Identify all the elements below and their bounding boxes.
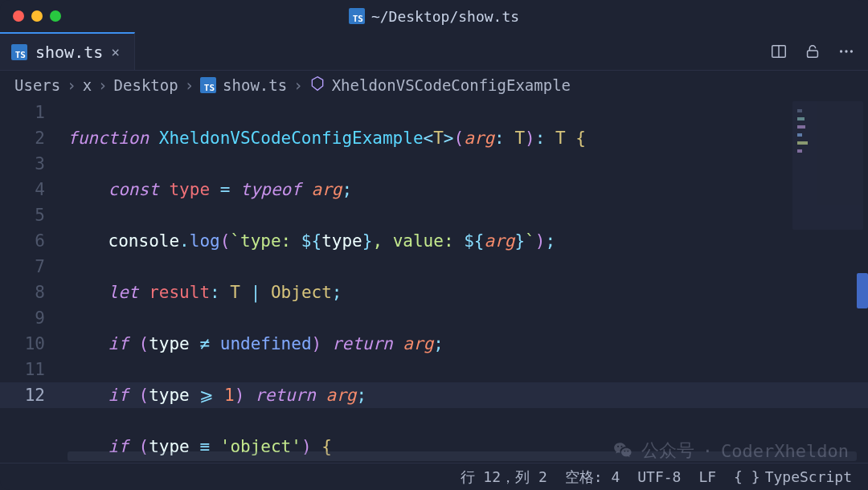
chevron-right-icon: › [293,76,302,94]
breadcrumb-segment[interactable]: x [83,76,92,94]
chevron-right-icon: › [98,76,107,94]
ts-file-icon: TS [349,8,365,24]
minimize-window-button[interactable] [31,10,43,22]
code-content[interactable]: function XheldonVSCodeConfigExample<T>(a… [68,100,868,463]
ts-file-icon: TS [200,77,216,93]
horizontal-scrollbar[interactable] [68,451,857,461]
line-number: 5 [0,202,45,228]
close-icon[interactable]: × [111,43,120,60]
minimap[interactable] [792,101,863,230]
titlebar: TS ~/Desktop/show.ts [0,0,868,32]
line-number: 10 [0,331,45,357]
chevron-right-icon: › [67,76,76,94]
breadcrumb-segment[interactable]: Desktop [114,76,178,94]
ts-file-icon: TS [11,44,27,60]
status-language-label: TypeScript [765,468,852,485]
svg-point-4 [845,50,847,52]
breadcrumb-segment[interactable]: Users [14,76,60,94]
breadcrumb-file[interactable]: TS show.ts [200,76,287,94]
code-editor[interactable]: 1 2 3 4 5 6 7 8 9 10 11 12 function Xhel… [0,100,868,463]
line-number: 11 [0,357,45,382]
editor-actions [770,32,868,70]
more-icon[interactable] [837,43,855,60]
status-indent[interactable]: 空格: 4 [565,468,620,487]
status-cursor[interactable]: 行 12，列 2 [461,468,547,487]
lock-icon[interactable] [804,43,821,60]
window-title-text: ~/Desktop/show.ts [371,8,519,25]
line-number: 4 [0,177,45,202]
breadcrumb-file-label: show.ts [223,76,287,94]
close-window-button[interactable] [13,10,24,22]
line-number: 3 [0,151,45,177]
maximize-window-button[interactable] [50,10,61,22]
breadcrumb-symbol[interactable]: XheldonVSCodeConfigExample [332,76,571,94]
symbol-icon [309,76,326,95]
traffic-lights [13,10,61,22]
status-bar: 行 12，列 2 空格: 4 UTF-8 LF { } TypeScript [0,463,868,490]
status-language[interactable]: { } TypeScript [734,468,852,485]
line-number: 2 [0,125,45,151]
braces-icon: { } [734,468,760,485]
line-number: 1 [0,100,45,125]
svg-point-3 [840,50,842,52]
svg-point-5 [850,50,853,52]
svg-rect-2 [808,51,818,57]
line-number: 8 [0,280,45,305]
window-title: TS ~/Desktop/show.ts [0,8,868,25]
split-editor-icon[interactable] [770,43,788,60]
tabs-row: TS show.ts × [0,32,868,71]
status-encoding[interactable]: UTF-8 [637,468,681,485]
status-eol[interactable]: LF [698,468,716,485]
scrollbar-thumb[interactable] [857,273,868,308]
line-number-gutter: 1 2 3 4 5 6 7 8 9 10 11 12 [0,100,68,463]
line-number: 6 [0,228,45,254]
tab-label: show.ts [35,43,103,62]
tab-show-ts[interactable]: TS show.ts × [0,32,135,70]
chevron-right-icon: › [185,76,194,94]
line-number: 7 [0,254,45,280]
line-number: 9 [0,305,45,331]
breadcrumb[interactable]: Users › x › Desktop › TS show.ts › Xheld… [0,71,868,100]
